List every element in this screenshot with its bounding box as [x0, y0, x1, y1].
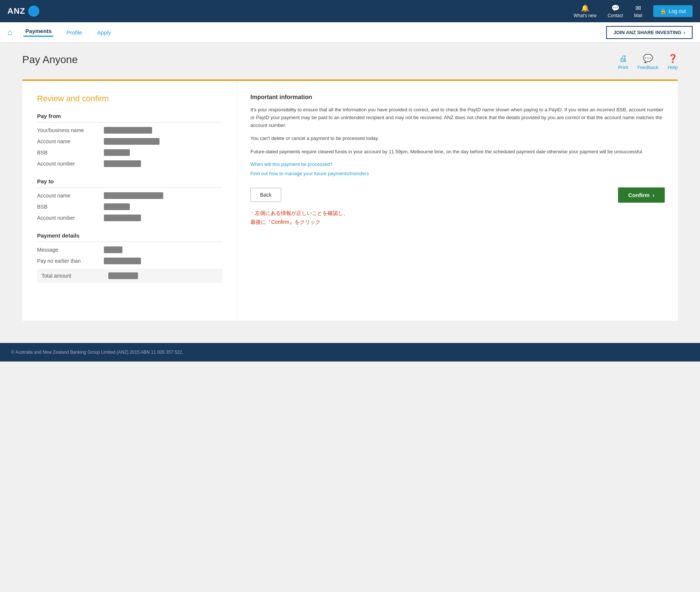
help-label: Help — [668, 65, 678, 70]
bsb-row: BSB — [37, 149, 222, 156]
whats-new-link[interactable]: 🔔 What's new — [574, 4, 597, 18]
profile-nav-link[interactable]: Profile — [65, 29, 84, 36]
account-name-label: Account name — [37, 138, 96, 144]
left-panel: Review and confirm Pay from Your/busines… — [22, 81, 237, 321]
pay-to-account-name-row: Account name — [37, 192, 222, 199]
pay-to-bsb-label: BSB — [37, 204, 96, 210]
pay-to-heading: Pay to — [37, 178, 222, 188]
message-label: Message — [37, 247, 96, 253]
print-label: Print — [618, 65, 628, 70]
contact-icon: 💬 — [611, 4, 620, 12]
confirm-label: Confirm — [628, 192, 650, 198]
payment-details-section: Payment details Message Pay no earlier t… — [37, 232, 222, 283]
logout-button[interactable]: 🔒 Log out — [653, 5, 693, 17]
logo-text: ANZ — [7, 6, 25, 16]
pay-from-heading: Pay from — [37, 113, 222, 122]
annotation-text: 左側にある情報が正しいことを確認し、最後に『Confirm』をクリック — [250, 210, 348, 225]
pay-no-earlier-label: Pay no earlier than — [37, 258, 96, 264]
action-row: Back Confirm › — [250, 187, 665, 203]
manage-future-payments-link[interactable]: Find out how to manage your future payme… — [250, 171, 665, 176]
important-info-paragraph1: It's your responsibility to ensure that … — [250, 106, 665, 129]
when-processed-link[interactable]: When will this payment be processed? — [250, 161, 665, 167]
pay-to-bsb-value — [104, 203, 130, 210]
account-number-row: Account number — [37, 160, 222, 167]
your-business-name-row: Your/business name — [37, 127, 222, 134]
print-icon: 🖨 — [619, 54, 627, 63]
important-info-title: Important information — [250, 94, 665, 101]
whats-new-label: What's new — [574, 13, 597, 18]
total-amount-row: Total amount — [37, 269, 222, 283]
pay-to-bsb-row: BSB — [37, 203, 222, 210]
annotation: ↑ 左側にある情報が正しいことを確認し、最後に『Confirm』をクリック — [250, 208, 665, 226]
message-value — [104, 246, 122, 253]
payments-nav-link[interactable]: Payments — [23, 28, 53, 37]
footer: © Australia and New Zealand Banking Grou… — [0, 343, 700, 362]
your-business-name-label: Your/business name — [37, 127, 96, 133]
important-info-paragraph3: Future-dated payments require cleared fu… — [250, 148, 665, 156]
pay-to-account-number-row: Account number — [37, 215, 222, 221]
lock-icon: 🔒 — [660, 8, 666, 14]
mail-link[interactable]: ✉ Mail — [634, 4, 642, 18]
apply-nav-link[interactable]: Apply — [95, 29, 113, 36]
anz-logo-icon: 🌀 — [28, 6, 39, 17]
help-action[interactable]: ❓ Help — [668, 54, 678, 70]
payment-details-heading: Payment details — [37, 232, 222, 242]
page-header: Pay Anyone 🖨 Print 💬 Feedback ❓ Help — [22, 54, 678, 70]
feedback-icon: 💬 — [643, 54, 653, 63]
pay-no-earlier-value — [104, 258, 141, 264]
header-right: 🔔 What's new 💬 Contact ✉ Mail 🔒 Log out — [574, 4, 693, 18]
print-action[interactable]: 🖨 Print — [618, 54, 628, 70]
mail-label: Mail — [634, 13, 642, 18]
confirm-button[interactable]: Confirm › — [618, 187, 665, 203]
footer-text: © Australia and New Zealand Banking Grou… — [11, 350, 183, 355]
header: ANZ 🌀 🔔 What's new 💬 Contact ✉ Mail 🔒 Lo… — [0, 0, 700, 22]
review-card: Review and confirm Pay from Your/busines… — [22, 79, 678, 321]
contact-link[interactable]: 💬 Contact — [608, 4, 623, 18]
home-icon[interactable]: ⌂ — [7, 27, 12, 37]
chevron-right-icon: › — [684, 30, 685, 35]
nav-bar: ⌂ Payments Profile Apply JOIN ANZ SHARE … — [0, 22, 700, 43]
pay-to-account-name-value — [104, 192, 163, 199]
right-panel: Important information It's your responsi… — [237, 81, 678, 321]
nav-left: ⌂ Payments Profile Apply — [7, 27, 113, 37]
total-amount-value — [108, 272, 138, 279]
bsb-label: BSB — [37, 150, 96, 156]
pay-to-account-number-label: Account number — [37, 215, 96, 221]
mail-icon: ✉ — [635, 4, 641, 12]
back-button[interactable]: Back — [250, 188, 281, 202]
pay-from-section: Pay from Your/business name Account name… — [37, 113, 222, 167]
account-name-row: Account name — [37, 138, 222, 145]
pay-to-section: Pay to Account name BSB Account number — [37, 178, 222, 221]
feedback-label: Feedback — [637, 65, 658, 70]
pay-to-account-name-label: Account name — [37, 193, 96, 199]
annotation-arrow-icon: ↑ — [250, 210, 255, 216]
contact-label: Contact — [608, 13, 623, 18]
total-amount-label: Total amount — [42, 273, 101, 279]
important-info-paragraph2: You can't delete or cancel a payment to … — [250, 135, 665, 143]
logo: ANZ 🌀 — [7, 6, 39, 17]
join-btn-label: JOIN ANZ SHARE INVESTING — [614, 30, 681, 35]
account-number-value — [104, 160, 141, 167]
your-business-name-value — [104, 127, 152, 134]
main-content: Pay Anyone 🖨 Print 💬 Feedback ❓ Help Rev… — [0, 43, 700, 332]
logout-label: Log out — [668, 8, 686, 14]
bell-icon: 🔔 — [581, 4, 589, 12]
account-name-value — [104, 138, 160, 145]
message-row: Message — [37, 246, 222, 253]
chevron-right-confirm-icon: › — [653, 192, 654, 198]
pay-no-earlier-row: Pay no earlier than — [37, 258, 222, 264]
feedback-action[interactable]: 💬 Feedback — [637, 54, 658, 70]
page-title: Pay Anyone — [22, 54, 78, 66]
page-actions: 🖨 Print 💬 Feedback ❓ Help — [618, 54, 678, 70]
join-share-investing-button[interactable]: JOIN ANZ SHARE INVESTING › — [606, 26, 693, 39]
bsb-value — [104, 149, 130, 156]
pay-to-account-number-value — [104, 215, 141, 221]
review-section-title: Review and confirm — [37, 94, 222, 104]
account-number-label: Account number — [37, 161, 96, 167]
help-icon: ❓ — [668, 54, 678, 63]
